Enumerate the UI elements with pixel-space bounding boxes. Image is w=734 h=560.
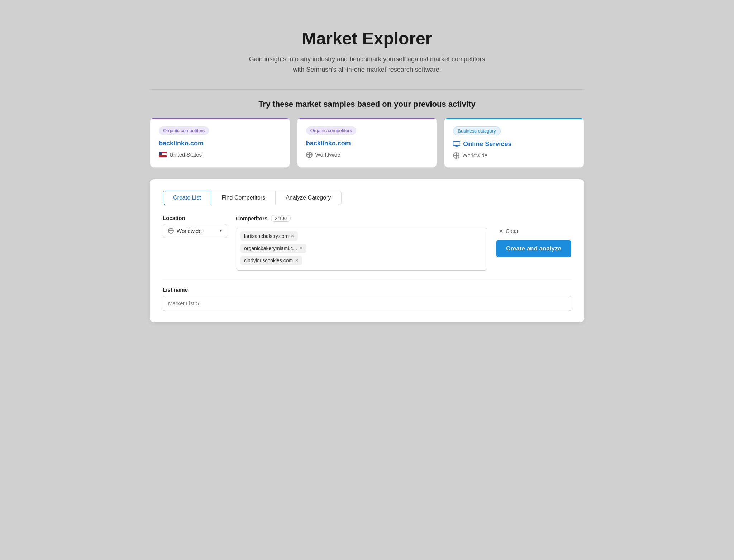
location-text-3: Worldwide — [462, 152, 487, 158]
tab-find-competitors[interactable]: Find Competitors — [211, 191, 276, 205]
sample-link-2[interactable]: backlinko.com — [306, 140, 428, 147]
page-title: Market Explorer — [150, 29, 584, 48]
globe-icon-select — [168, 228, 174, 234]
sample-location-2: Worldwide — [306, 152, 428, 158]
clear-button[interactable]: ✕ Clear — [496, 226, 521, 236]
tag-3-remove[interactable]: ✕ — [295, 258, 299, 263]
clear-x-icon: ✕ — [499, 228, 504, 234]
svg-rect-0 — [453, 142, 460, 146]
competitors-field-group: Competitors 3/100 lartisanebakery.com ✕ … — [236, 215, 487, 271]
sample-card-2[interactable]: Organic competitors backlinko.com Worldw… — [297, 118, 437, 168]
online-services-label: Online Services — [463, 140, 511, 148]
globe-icon-3 — [453, 152, 459, 159]
location-text-1: United States — [170, 152, 202, 158]
competitors-label: Competitors — [236, 215, 267, 221]
sample-badge-3: Business category — [453, 126, 500, 135]
tag-1: lartisanebakery.com ✕ — [240, 231, 298, 241]
divider — [150, 89, 584, 90]
location-text-2: Worldwide — [315, 152, 340, 158]
sample-location-3: Worldwide — [453, 152, 575, 159]
clear-label: Clear — [506, 228, 519, 234]
sample-location-1: United States — [159, 152, 281, 158]
monitor-icon — [453, 141, 460, 147]
list-name-section: List name — [163, 279, 571, 311]
competitors-count: 3/100 — [271, 215, 291, 222]
hero-section: Market Explorer Gain insights into any i… — [150, 14, 584, 86]
location-label: Location — [163, 215, 227, 221]
competitors-header: Competitors 3/100 — [236, 215, 487, 222]
chevron-down-icon: ▾ — [220, 228, 222, 233]
sample-link-1[interactable]: backlinko.com — [159, 140, 281, 147]
tag-3-text: cindylouscookies.com — [244, 258, 293, 263]
main-panel: Create List Find Competitors Analyze Cat… — [150, 179, 584, 322]
tab-analyze-category[interactable]: Analyze Category — [276, 191, 341, 205]
globe-icon-2 — [306, 152, 313, 158]
location-select[interactable]: Worldwide ▾ — [163, 224, 227, 238]
tag-2-text: organicbakerymiami.c... — [244, 245, 297, 251]
samples-grid: Organic competitors backlinko.com United… — [150, 118, 584, 168]
create-analyze-button[interactable]: Create and analyze — [496, 240, 571, 257]
sample-card-1[interactable]: Organic competitors backlinko.com United… — [150, 118, 290, 168]
tag-1-text: lartisanebakery.com — [244, 233, 289, 239]
location-value: Worldwide — [177, 228, 202, 234]
flag-icon — [159, 152, 167, 157]
competitors-input-box[interactable]: lartisanebakery.com ✕ organicbakerymiami… — [236, 228, 487, 271]
list-name-input[interactable] — [163, 296, 571, 311]
hero-subtitle: Gain insights into any industry and benc… — [245, 54, 489, 75]
tag-3: cindylouscookies.com ✕ — [240, 256, 302, 265]
tabs: Create List Find Competitors Analyze Cat… — [163, 191, 571, 205]
sample-link-3[interactable]: Online Services — [453, 140, 575, 148]
sample-card-3[interactable]: Business category Online Services Worldw… — [444, 118, 584, 168]
tag-2-remove[interactable]: ✕ — [299, 246, 303, 250]
sample-badge-2: Organic competitors — [306, 126, 356, 135]
list-name-label: List name — [163, 287, 571, 293]
location-field-group: Location Worldwide ▾ — [163, 215, 227, 238]
sample-badge-1: Organic competitors — [159, 126, 209, 135]
tab-create-list[interactable]: Create List — [163, 191, 211, 205]
tag-1-remove[interactable]: ✕ — [291, 234, 294, 238]
tag-2: organicbakerymiami.c... ✕ — [240, 244, 306, 253]
right-actions: ✕ Clear Create and analyze — [496, 215, 571, 257]
samples-heading: Try these market samples based on your p… — [150, 100, 584, 109]
form-row: Location Worldwide ▾ Competitors 3/100 l… — [163, 215, 571, 271]
